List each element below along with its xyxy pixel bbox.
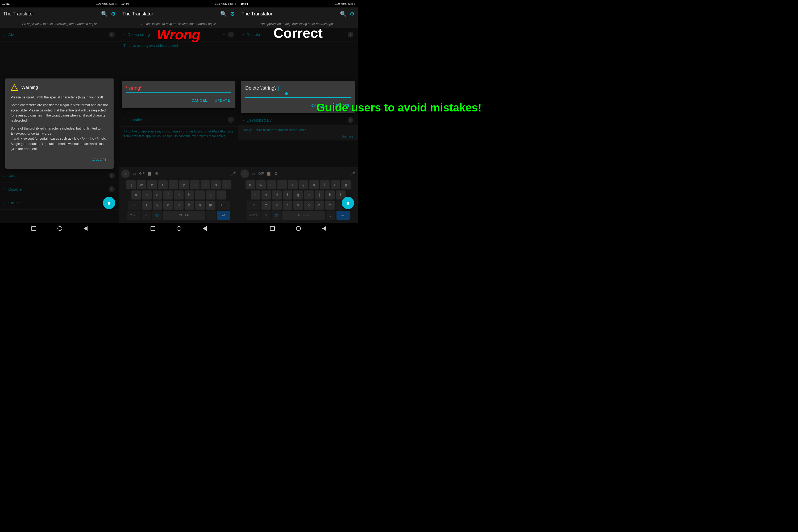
edit-field-container-2: \'string\' <box>126 86 231 93</box>
nav-back-1[interactable] <box>83 226 88 231</box>
app-title-3: The Translator <box>242 11 337 17</box>
warning-body: Please be careful with the special chara… <box>11 95 108 152</box>
settings-icon-2[interactable]: ⚙ <box>230 11 235 17</box>
app-bar-3: The Translator 🔍 ⚙ <box>238 7 358 20</box>
update-button-3[interactable]: UPDATE <box>333 102 351 109</box>
list-area-2: › Delete string ⚠ i There is nothing ava… <box>119 28 238 223</box>
nav-square-1[interactable] <box>32 226 36 231</box>
nav-bar-3 <box>238 223 358 234</box>
battery-icon-2: ● <box>234 2 236 5</box>
app-bar-2: The Translator 🔍 ⚙ <box>119 7 238 20</box>
battery-3: 63% <box>348 2 353 5</box>
network-speed-2: 0.11 KB/S <box>215 2 227 5</box>
warning-header: ! Warning <box>11 84 108 91</box>
panel-3: 10:54 0.00 KB/S 63% ● The Translator 🔍 ⚙… <box>238 0 358 234</box>
status-bar-1: 10:53 0.00 KB/S 63% ● <box>0 0 119 7</box>
warning-actions: CANCEL <box>11 156 108 163</box>
edit-actions-2: CANCEL UPDATE <box>126 97 231 104</box>
cancel-button-3[interactable]: CANCEL <box>310 102 328 109</box>
settings-icon-1[interactable]: ⚙ <box>111 11 116 17</box>
subtitle-1: An application to help translating other… <box>0 20 119 28</box>
nav-circle-1[interactable] <box>57 226 62 231</box>
time-3: 10:54 <box>241 2 248 5</box>
edit-field-value-2: \'string\' <box>126 86 142 91</box>
edit-field-value-3: Delete \'string\' <box>245 86 277 91</box>
warning-para-3: Some of the prohibited character's inclu… <box>11 126 108 152</box>
edit-dialog-2: \'string\' CANCEL UPDATE <box>122 81 235 108</box>
list-area-1: › About i ! Warning Please be careful wi… <box>0 28 119 223</box>
warning-triangle-icon: ! <box>11 84 18 91</box>
panel-2: 10:54 0.11 KB/S 63% ● The Translator 🔍 ⚙… <box>119 0 238 234</box>
settings-icon-3[interactable]: ⚙ <box>350 11 355 17</box>
status-bar-3: 10:54 0.00 KB/S 63% ● <box>238 0 358 7</box>
warning-title: Warning <box>21 85 38 90</box>
svg-text:!: ! <box>14 86 15 90</box>
app-title-2: The Translator <box>122 11 217 17</box>
dim-overlay-2 <box>119 28 238 223</box>
fab-3[interactable]: ■ <box>342 197 354 209</box>
battery-2: 63% <box>228 2 233 5</box>
time-2: 10:54 <box>121 2 129 5</box>
network-speed-3: 0.00 KB/S <box>335 2 347 5</box>
subtitle-2: An application to help translating other… <box>119 20 238 28</box>
edit-dialog-3: Delete \'string\' CANCEL UPDATE <box>241 81 355 113</box>
warning-dialog: ! Warning Please be careful with the spe… <box>5 78 114 169</box>
update-button-2[interactable]: UPDATE <box>214 97 231 104</box>
search-icon-2[interactable]: 🔍 <box>220 11 227 17</box>
fab-1[interactable]: ■ <box>103 197 115 209</box>
warning-para-1: Please be careful with the special chara… <box>11 95 108 100</box>
nav-back-2[interactable] <box>203 226 207 231</box>
edit-field-container-3: Delete \'string\' <box>245 86 351 98</box>
nav-bar-1 <box>0 223 119 234</box>
panel-1: 10:53 0.00 KB/S 63% ● The Translator 🔍 ⚙… <box>0 0 119 234</box>
search-icon-1[interactable]: 🔍 <box>101 11 108 17</box>
warning-para-2: Some character's are considered illegal … <box>11 103 108 124</box>
time-1: 10:53 <box>2 2 10 5</box>
subtitle-3: An application to help translating other… <box>238 20 358 28</box>
list-area-3: › Disable i Delete \'string\' CANCEL UPD… <box>238 28 358 223</box>
dim-overlay-3 <box>238 28 358 223</box>
app-title-1: The Translator <box>3 11 98 17</box>
cursor-handle-3 <box>285 92 288 95</box>
nav-square-2[interactable] <box>151 226 155 231</box>
network-speed-1: 0.00 KB/S <box>96 2 108 5</box>
cursor-3 <box>278 86 279 91</box>
nav-circle-2[interactable] <box>177 226 182 231</box>
battery-icon-3: ● <box>354 2 356 5</box>
nav-bar-2 <box>119 223 238 234</box>
search-icon-3[interactable]: 🔍 <box>340 11 347 17</box>
cancel-button-2[interactable]: CANCEL <box>190 97 208 104</box>
edit-actions-3: CANCEL UPDATE <box>245 102 351 109</box>
warning-cancel-button[interactable]: CANCEL <box>91 156 108 163</box>
nav-circle-3[interactable] <box>296 226 301 231</box>
nav-back-3[interactable] <box>322 226 326 231</box>
battery-icon-1: ● <box>115 2 117 5</box>
app-bar-1: The Translator 🔍 ⚙ <box>0 7 119 20</box>
nav-square-3[interactable] <box>270 226 275 231</box>
status-bar-2: 10:54 0.11 KB/S 63% ● <box>119 0 238 7</box>
battery-1: 63% <box>109 2 114 5</box>
